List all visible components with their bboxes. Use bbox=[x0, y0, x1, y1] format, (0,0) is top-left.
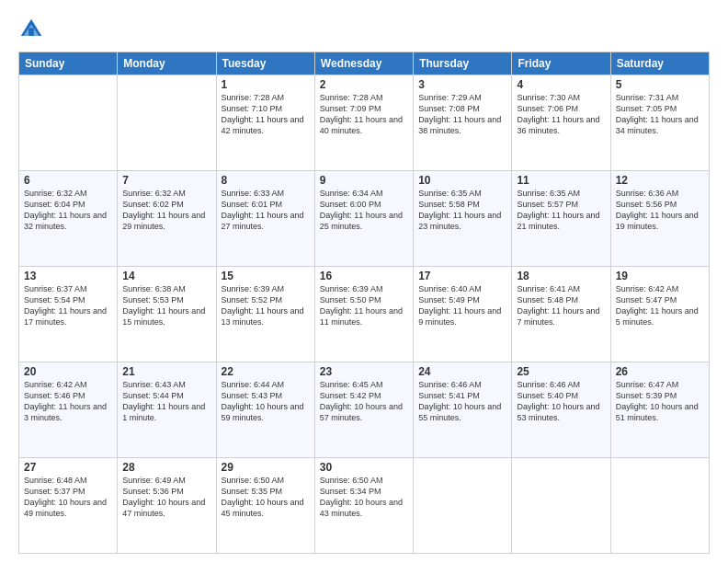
day-number: 3 bbox=[418, 78, 506, 91]
calendar-cell: 13Sunrise: 6:37 AM Sunset: 5:54 PM Dayli… bbox=[19, 267, 118, 362]
calendar-cell: 24Sunrise: 6:46 AM Sunset: 5:41 PM Dayli… bbox=[414, 362, 512, 458]
day-info: Sunrise: 6:39 AM Sunset: 5:52 PM Dayligh… bbox=[222, 283, 310, 328]
calendar-cell: 21Sunrise: 6:43 AM Sunset: 5:44 PM Dayli… bbox=[118, 362, 216, 458]
day-number: 7 bbox=[122, 174, 210, 187]
day-number: 2 bbox=[320, 78, 408, 91]
calendar-day-header: Thursday bbox=[414, 52, 512, 75]
day-number: 21 bbox=[122, 365, 210, 378]
calendar-cell: 6Sunrise: 6:32 AM Sunset: 6:04 PM Daylig… bbox=[19, 171, 118, 267]
calendar-cell: 12Sunrise: 6:36 AM Sunset: 5:56 PM Dayli… bbox=[610, 171, 709, 267]
day-number: 10 bbox=[418, 174, 506, 187]
calendar-header-row: SundayMondayTuesdayWednesdayThursdayFrid… bbox=[19, 52, 710, 75]
day-info: Sunrise: 6:37 AM Sunset: 5:54 PM Dayligh… bbox=[24, 283, 112, 328]
day-info: Sunrise: 6:44 AM Sunset: 5:43 PM Dayligh… bbox=[222, 379, 310, 424]
day-info: Sunrise: 6:34 AM Sunset: 6:00 PM Dayligh… bbox=[320, 188, 408, 233]
day-info: Sunrise: 6:35 AM Sunset: 5:58 PM Dayligh… bbox=[418, 188, 506, 233]
day-info: Sunrise: 7:28 AM Sunset: 7:09 PM Dayligh… bbox=[320, 92, 408, 137]
calendar-week-row: 20Sunrise: 6:42 AM Sunset: 5:46 PM Dayli… bbox=[19, 362, 710, 458]
day-info: Sunrise: 6:41 AM Sunset: 5:48 PM Dayligh… bbox=[517, 283, 605, 328]
calendar-cell: 4Sunrise: 7:30 AM Sunset: 7:06 PM Daylig… bbox=[512, 75, 610, 171]
svg-rect-2 bbox=[28, 29, 34, 36]
calendar-cell: 2Sunrise: 7:28 AM Sunset: 7:09 PM Daylig… bbox=[314, 75, 413, 171]
day-number: 18 bbox=[517, 270, 605, 282]
day-number: 22 bbox=[222, 365, 310, 378]
calendar-cell bbox=[118, 75, 216, 171]
day-number: 8 bbox=[222, 174, 310, 187]
calendar-week-row: 1Sunrise: 7:28 AM Sunset: 7:10 PM Daylig… bbox=[19, 75, 710, 171]
day-number: 9 bbox=[320, 174, 408, 187]
day-info: Sunrise: 6:50 AM Sunset: 5:34 PM Dayligh… bbox=[320, 475, 408, 520]
calendar-cell: 25Sunrise: 6:46 AM Sunset: 5:40 PM Dayli… bbox=[512, 362, 610, 458]
calendar-day-header: Wednesday bbox=[314, 52, 413, 75]
day-number: 17 bbox=[418, 270, 506, 282]
calendar-cell: 9Sunrise: 6:34 AM Sunset: 6:00 PM Daylig… bbox=[314, 171, 413, 267]
day-number: 12 bbox=[616, 174, 704, 187]
calendar-cell: 16Sunrise: 6:39 AM Sunset: 5:50 PM Dayli… bbox=[314, 267, 413, 362]
day-number: 15 bbox=[222, 270, 310, 282]
day-number: 26 bbox=[616, 365, 704, 378]
day-info: Sunrise: 6:33 AM Sunset: 6:01 PM Dayligh… bbox=[222, 188, 310, 233]
calendar-cell: 14Sunrise: 6:38 AM Sunset: 5:53 PM Dayli… bbox=[118, 267, 216, 362]
day-info: Sunrise: 6:36 AM Sunset: 5:56 PM Dayligh… bbox=[616, 188, 704, 233]
day-number: 19 bbox=[616, 270, 704, 282]
calendar-day-header: Sunday bbox=[19, 52, 118, 75]
day-info: Sunrise: 6:49 AM Sunset: 5:36 PM Dayligh… bbox=[122, 475, 210, 520]
day-info: Sunrise: 7:31 AM Sunset: 7:05 PM Dayligh… bbox=[616, 92, 704, 137]
day-info: Sunrise: 6:35 AM Sunset: 5:57 PM Dayligh… bbox=[517, 188, 605, 233]
day-info: Sunrise: 6:43 AM Sunset: 5:44 PM Dayligh… bbox=[122, 379, 210, 424]
calendar-week-row: 27Sunrise: 6:48 AM Sunset: 5:37 PM Dayli… bbox=[19, 458, 710, 554]
day-info: Sunrise: 6:47 AM Sunset: 5:39 PM Dayligh… bbox=[616, 379, 704, 424]
day-info: Sunrise: 6:42 AM Sunset: 5:46 PM Dayligh… bbox=[24, 379, 112, 424]
day-number: 23 bbox=[320, 365, 408, 378]
header bbox=[18, 17, 710, 42]
day-number: 27 bbox=[24, 461, 112, 474]
calendar-cell: 10Sunrise: 6:35 AM Sunset: 5:58 PM Dayli… bbox=[414, 171, 512, 267]
day-number: 25 bbox=[517, 365, 605, 378]
calendar-cell: 1Sunrise: 7:28 AM Sunset: 7:10 PM Daylig… bbox=[216, 75, 314, 171]
day-number: 11 bbox=[517, 174, 605, 187]
calendar-cell: 18Sunrise: 6:41 AM Sunset: 5:48 PM Dayli… bbox=[512, 267, 610, 362]
calendar-day-header: Tuesday bbox=[216, 52, 314, 75]
logo-icon bbox=[18, 17, 44, 42]
calendar-cell: 20Sunrise: 6:42 AM Sunset: 5:46 PM Dayli… bbox=[19, 362, 118, 458]
day-number: 29 bbox=[222, 461, 310, 474]
day-info: Sunrise: 7:30 AM Sunset: 7:06 PM Dayligh… bbox=[517, 92, 605, 137]
calendar-cell: 27Sunrise: 6:48 AM Sunset: 5:37 PM Dayli… bbox=[19, 458, 118, 554]
calendar-cell: 11Sunrise: 6:35 AM Sunset: 5:57 PM Dayli… bbox=[512, 171, 610, 267]
day-info: Sunrise: 6:50 AM Sunset: 5:35 PM Dayligh… bbox=[222, 475, 310, 520]
calendar-cell: 5Sunrise: 7:31 AM Sunset: 7:05 PM Daylig… bbox=[610, 75, 709, 171]
day-number: 5 bbox=[616, 78, 704, 91]
page: SundayMondayTuesdayWednesdayThursdayFrid… bbox=[0, 0, 728, 563]
day-info: Sunrise: 6:42 AM Sunset: 5:47 PM Dayligh… bbox=[616, 283, 704, 328]
day-number: 20 bbox=[24, 365, 112, 378]
day-info: Sunrise: 6:46 AM Sunset: 5:40 PM Dayligh… bbox=[517, 379, 605, 424]
day-info: Sunrise: 6:46 AM Sunset: 5:41 PM Dayligh… bbox=[418, 379, 506, 424]
calendar-week-row: 6Sunrise: 6:32 AM Sunset: 6:04 PM Daylig… bbox=[19, 171, 710, 267]
calendar-cell: 7Sunrise: 6:32 AM Sunset: 6:02 PM Daylig… bbox=[118, 171, 216, 267]
day-number: 1 bbox=[222, 78, 310, 91]
day-info: Sunrise: 6:40 AM Sunset: 5:49 PM Dayligh… bbox=[418, 283, 506, 328]
calendar-cell: 28Sunrise: 6:49 AM Sunset: 5:36 PM Dayli… bbox=[118, 458, 216, 554]
day-number: 13 bbox=[24, 270, 112, 282]
calendar-cell bbox=[512, 458, 610, 554]
calendar-cell: 19Sunrise: 6:42 AM Sunset: 5:47 PM Dayli… bbox=[610, 267, 709, 362]
day-info: Sunrise: 6:38 AM Sunset: 5:53 PM Dayligh… bbox=[122, 283, 210, 328]
calendar-cell: 22Sunrise: 6:44 AM Sunset: 5:43 PM Dayli… bbox=[216, 362, 314, 458]
calendar-cell: 26Sunrise: 6:47 AM Sunset: 5:39 PM Dayli… bbox=[610, 362, 709, 458]
calendar-cell: 23Sunrise: 6:45 AM Sunset: 5:42 PM Dayli… bbox=[314, 362, 413, 458]
calendar-cell: 3Sunrise: 7:29 AM Sunset: 7:08 PM Daylig… bbox=[414, 75, 512, 171]
day-info: Sunrise: 6:48 AM Sunset: 5:37 PM Dayligh… bbox=[24, 475, 112, 520]
day-info: Sunrise: 6:32 AM Sunset: 6:02 PM Dayligh… bbox=[122, 188, 210, 233]
calendar-cell: 29Sunrise: 6:50 AM Sunset: 5:35 PM Dayli… bbox=[216, 458, 314, 554]
day-number: 28 bbox=[122, 461, 210, 474]
day-info: Sunrise: 7:29 AM Sunset: 7:08 PM Dayligh… bbox=[418, 92, 506, 137]
calendar-cell: 8Sunrise: 6:33 AM Sunset: 6:01 PM Daylig… bbox=[216, 171, 314, 267]
calendar-day-header: Monday bbox=[118, 52, 216, 75]
calendar-table: SundayMondayTuesdayWednesdayThursdayFrid… bbox=[18, 52, 710, 554]
calendar-cell: 17Sunrise: 6:40 AM Sunset: 5:49 PM Dayli… bbox=[414, 267, 512, 362]
day-info: Sunrise: 6:39 AM Sunset: 5:50 PM Dayligh… bbox=[320, 283, 408, 328]
day-number: 24 bbox=[418, 365, 506, 378]
day-info: Sunrise: 7:28 AM Sunset: 7:10 PM Dayligh… bbox=[222, 92, 310, 137]
calendar-day-header: Friday bbox=[512, 52, 610, 75]
calendar-cell bbox=[414, 458, 512, 554]
